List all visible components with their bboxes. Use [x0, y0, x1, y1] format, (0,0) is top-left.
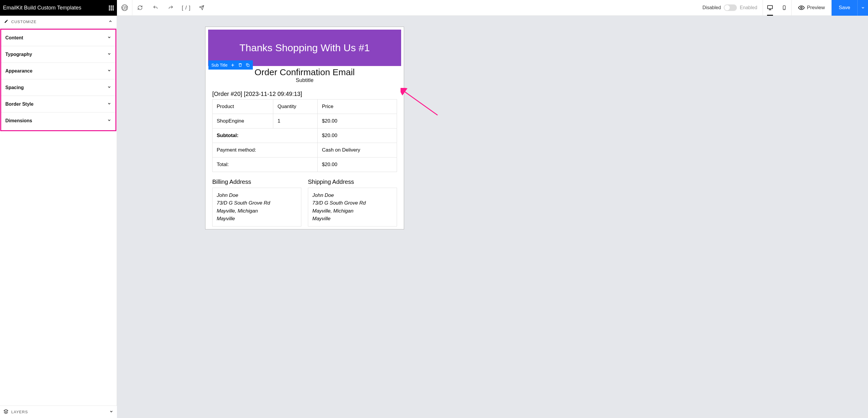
email-preview[interactable]: Thanks Shopping With Us #1 Sub Title Ord… — [205, 27, 404, 224]
canvas: Thanks Shopping With Us #1 Sub Title Ord… — [117, 16, 461, 224]
svg-rect-2 — [113, 5, 114, 6]
chevron-down-icon — [107, 52, 111, 57]
table-row: Payment method: Cash on Delivery — [213, 143, 397, 158]
brand-block: EmailKit Build Custom Templates — [0, 0, 117, 16]
accordion-label: Appearance — [5, 68, 107, 74]
chevron-down-icon — [107, 101, 111, 107]
accordion-spacing[interactable]: Spacing — [1, 79, 116, 96]
accordion-label: Border Style — [5, 101, 107, 107]
accordion-dimensions[interactable]: Dimensions — [1, 112, 116, 129]
accordion-content[interactable]: Content — [1, 30, 116, 46]
email-header-text: Thanks Shopping With Us #1 — [240, 42, 370, 54]
sidebar: CUSTOMIZE Content Typography Appearance … — [0, 16, 117, 224]
chevron-down-icon — [107, 35, 111, 40]
svg-rect-6 — [109, 9, 110, 10]
brand-title: EmailKit Build Custom Templates — [3, 5, 106, 11]
shipping-column[interactable]: Shipping Address John Doe 73/D G South G… — [308, 179, 397, 224]
table-row: Total: $20.00 — [213, 158, 397, 172]
addr-line: Mayville — [312, 215, 393, 223]
svg-rect-5 — [113, 7, 114, 8]
table-row: ShopEngine 1 $20.00 — [213, 114, 397, 128]
table-head: Product — [213, 99, 273, 114]
addr-line: John Doe — [217, 192, 297, 199]
trash-icon[interactable] — [238, 63, 243, 67]
refresh-icon[interactable] — [132, 0, 148, 16]
table-cell: 1 — [273, 114, 318, 128]
addr-line: 73/D G South Grove Rd — [217, 199, 297, 207]
order-section[interactable]: [Order #20] [2023-11-12 09:49:13] Produc… — [208, 87, 401, 172]
table-cell: ShopEngine — [213, 114, 273, 128]
send-icon[interactable] — [194, 0, 209, 16]
svg-line-15 — [404, 91, 438, 115]
svg-rect-3 — [109, 7, 110, 8]
table-cell: Cash on Delivery — [318, 143, 397, 158]
accordion-label: Spacing — [5, 85, 107, 90]
pencil-icon — [4, 19, 8, 25]
addr-line: John Doe — [312, 192, 393, 199]
table-row: Product Quantity Price — [213, 99, 397, 114]
billing-title: Billing Address — [212, 179, 301, 185]
accordion-highlight: Content Typography Appearance Spacing Bo… — [0, 29, 116, 131]
billing-box: John Doe 73/D G South Grove Rd Mayville,… — [212, 188, 301, 224]
addr-line: Mayville, Michigan — [312, 207, 393, 215]
chevron-down-icon — [107, 85, 111, 90]
accordion-appearance[interactable]: Appearance — [1, 63, 116, 79]
table-cell: $20.00 — [318, 158, 397, 172]
svg-rect-7 — [111, 9, 112, 10]
addr-line: 73/D G South Grove Rd — [312, 199, 393, 207]
apps-grid-icon[interactable] — [106, 0, 117, 16]
topbar: EmailKit Build Custom Templates [ / ] Di… — [0, 0, 461, 16]
accordion-label: Typography — [5, 52, 107, 57]
address-wrap: Billing Address John Doe 73/D G South Gr… — [208, 172, 401, 224]
accordion-border-style[interactable]: Border Style — [1, 96, 116, 112]
addr-line: Mayville — [217, 215, 297, 223]
chevron-down-icon — [107, 118, 111, 123]
svg-rect-4 — [111, 7, 112, 8]
customize-header[interactable]: CUSTOMIZE — [0, 16, 117, 28]
chevron-up-icon — [108, 19, 113, 25]
copy-icon[interactable] — [245, 63, 250, 67]
table-row: Subtotal: $20.00 — [213, 128, 397, 143]
email-subtitle: Subtitle — [208, 77, 401, 84]
undo-icon[interactable] — [148, 0, 163, 16]
svg-rect-1 — [111, 5, 112, 6]
accordion-label: Content — [5, 35, 107, 40]
table-head: Quantity — [273, 99, 318, 114]
table-cell: $20.00 — [318, 114, 397, 128]
add-icon[interactable] — [230, 63, 235, 67]
billing-column[interactable]: Billing Address John Doe 73/D G South Gr… — [212, 179, 301, 224]
shortcode-icon[interactable]: [ / ] — [179, 0, 194, 16]
table-head: Price — [318, 99, 397, 114]
table-cell: Total: — [213, 158, 318, 172]
element-toolbar-label: Sub Title — [211, 63, 227, 67]
svg-rect-14 — [247, 65, 249, 67]
wordpress-icon[interactable] — [117, 0, 132, 16]
redo-icon[interactable] — [163, 0, 179, 16]
annotation-arrow — [401, 88, 439, 118]
order-table: Product Quantity Price ShopEngine 1 $20.… — [212, 99, 397, 172]
chevron-down-icon — [107, 68, 111, 74]
shipping-box: John Doe 73/D G South Grove Rd Mayville,… — [308, 188, 397, 224]
element-toolbar: Sub Title — [209, 60, 253, 70]
table-cell: Subtotal: — [213, 128, 318, 143]
addr-line: Mayville, Michigan — [217, 207, 297, 215]
customize-label: CUSTOMIZE — [11, 20, 108, 24]
table-cell: Payment method: — [213, 143, 318, 158]
table-cell: $20.00 — [318, 128, 397, 143]
accordion-typography[interactable]: Typography — [1, 46, 116, 63]
shipping-title: Shipping Address — [308, 179, 397, 185]
order-meta: [Order #20] [2023-11-12 09:49:13] — [212, 91, 397, 97]
svg-rect-0 — [109, 5, 110, 6]
accordion-label: Dimensions — [5, 118, 107, 123]
toolbar: [ / ] Disabled Enabled Preview Save — [117, 0, 461, 16]
svg-rect-8 — [113, 9, 114, 10]
